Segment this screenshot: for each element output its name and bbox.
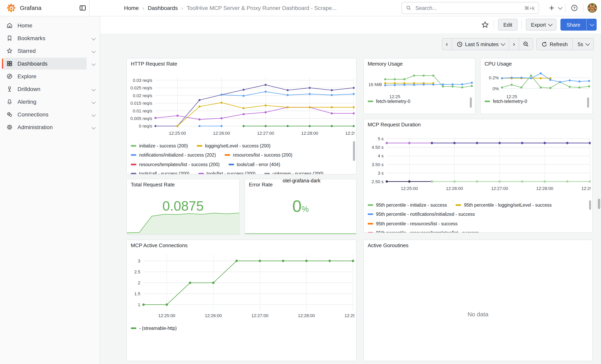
breadcrumb-separator: › <box>142 5 144 11</box>
legend-label: tools/list - success (200) <box>207 171 256 174</box>
favorite-star-icon[interactable] <box>480 20 490 30</box>
panel-title[interactable]: Total Request Rate <box>131 182 175 187</box>
chevron-down-icon[interactable] <box>92 100 96 104</box>
legend-swatch <box>264 173 270 174</box>
cpu-legend-item[interactable]: fetch-telemetry-0 <box>485 99 527 104</box>
panel-error-rate[interactable]: Error Rate 0% <box>244 179 357 235</box>
cpu-usage-chart[interactable]: 12:250.2%0% <box>484 67 591 99</box>
legend-scrollbar[interactable] <box>353 141 355 161</box>
sidebar-item-drilldown[interactable]: Drilldown <box>0 83 100 95</box>
panel-title[interactable]: MCP Request Duration <box>368 122 421 128</box>
legend-item[interactable]: tools/call - success (200) <box>131 171 190 174</box>
legend-swatch <box>197 145 202 147</box>
page-scrollbar-thumb[interactable] <box>598 199 600 209</box>
chevron-down-icon[interactable] <box>92 62 96 66</box>
add-caret-icon[interactable] <box>558 5 563 10</box>
legend-item[interactable]: logging/setLevel - success (200) <box>197 143 270 148</box>
http-request-rate-chart[interactable]: 12:25:0012:26:0012:27:0012:28:0012:29:00… <box>130 67 355 138</box>
export-button[interactable]: Export <box>526 19 556 31</box>
legend-item[interactable]: 95th percentile - initialize - success <box>368 203 447 207</box>
panel-title[interactable]: Active Goroutines <box>368 242 408 248</box>
legend-swatch <box>228 164 234 165</box>
panel-title[interactable]: Error Rate <box>249 182 273 187</box>
panel-memory-usage[interactable]: Memory Usage 12:2516 MiB fetch-telemetry… <box>363 58 475 114</box>
error-rate-unit: % <box>302 205 309 213</box>
panel-active-goroutines[interactable]: Active Goroutines No data <box>363 240 593 361</box>
breadcrumb-home[interactable]: Home <box>124 5 139 11</box>
sidebar-item-bookmarks[interactable]: Bookmarks <box>0 32 100 45</box>
legend-row: initialize - success (200)logging/setLev… <box>131 141 350 150</box>
panel-http-request-rate[interactable]: HTTP Request Rate 12:25:0012:26:0012:27:… <box>126 58 357 175</box>
x-tick-label: 12:25 <box>389 94 400 99</box>
add-icon[interactable] <box>547 3 556 13</box>
search-input[interactable]: ⌘+k <box>401 2 539 14</box>
sidebar-item-alerting[interactable]: Alerting <box>0 95 100 108</box>
hover-label-otel-grafana-dark: otel-grafana-dark <box>283 178 320 184</box>
mcp-active-connections-chart[interactable]: 12:25:0012:26:0012:27:0012:28:0012:29:00… <box>130 249 355 324</box>
chevron-down-icon[interactable] <box>92 49 96 53</box>
legend-scrollbar[interactable] <box>587 97 589 108</box>
x-tick-label: 12:25:00 <box>158 313 175 318</box>
dashboards-grid-icon <box>6 60 13 67</box>
legend-item[interactable]: resources/templates/list - success (200) <box>131 162 220 167</box>
sidebar-item-home[interactable]: Home <box>0 19 100 32</box>
search-icon <box>406 5 411 11</box>
legend-item[interactable]: 95th percentile - resources/list - succe… <box>368 221 458 226</box>
panel-title[interactable]: HTTP Request Rate <box>131 61 177 67</box>
time-range-button[interactable]: Last 5 minutes <box>451 38 509 50</box>
panel-title[interactable]: Memory Usage <box>368 61 403 67</box>
search-field[interactable] <box>415 5 521 11</box>
http-legend: initialize - success (200)logging/setLev… <box>131 141 350 174</box>
time-forward-button[interactable]: › <box>509 38 519 50</box>
sidebar-item-starred[interactable]: Starred <box>0 45 100 57</box>
panel-mcp-request-duration[interactable]: MCP Request Duration 12:25:0012:26:0012:… <box>363 119 593 233</box>
panel-title[interactable]: CPU Usage <box>485 61 512 67</box>
share-caret-button[interactable] <box>586 19 597 31</box>
edit-button[interactable]: Edit <box>498 19 518 31</box>
sidebar-item-explore[interactable]: Explore <box>0 70 100 83</box>
sidebar-item-administration[interactable]: Administration <box>0 121 100 134</box>
legend-item[interactable]: tools/call - error (404) <box>228 162 280 167</box>
help-icon[interactable]: ? <box>570 3 579 13</box>
chevron-down-icon[interactable] <box>92 125 96 129</box>
grafana-logo-icon[interactable] <box>6 3 16 13</box>
zoom-out-icon <box>522 41 529 47</box>
zoom-out-button[interactable] <box>519 38 533 50</box>
chevron-down-icon[interactable] <box>92 113 96 117</box>
chevron-down-icon[interactable] <box>92 36 96 40</box>
user-avatar[interactable] <box>588 3 597 13</box>
header-divider <box>89 0 90 16</box>
legend-item[interactable]: unknown - success (200) <box>264 171 324 174</box>
sidebar-item-connections[interactable]: Connections <box>0 108 100 121</box>
y-tick-label: 0.01 req/s <box>133 108 152 113</box>
refresh-interval-button[interactable]: 5s <box>572 38 594 50</box>
legend-item[interactable]: initialize - success (200) <box>131 143 188 148</box>
series-dark-purple <box>155 85 354 126</box>
legend-item[interactable]: notifications/initialized - success (202… <box>131 153 216 157</box>
sidebar-item-dashboards[interactable]: Dashboards <box>0 57 100 70</box>
legend-item[interactable]: tools/list - success (200) <box>198 171 256 174</box>
panel-cpu-usage[interactable]: CPU Usage 12:250.2%0% fetch-telemetry-0 <box>480 58 593 114</box>
share-button[interactable]: Share <box>561 19 586 31</box>
legend-item[interactable]: resources/list - success (200) <box>225 153 292 157</box>
legend-item[interactable]: 95th percentile - logging/setLevel - suc… <box>456 203 552 207</box>
chevron-down-icon[interactable] <box>92 87 96 91</box>
time-back-button[interactable]: ‹ <box>442 38 452 50</box>
sidebar-collapse-icon[interactable] <box>79 4 87 12</box>
legend-item[interactable]: 95th percentile - resources/templates/li… <box>368 231 479 233</box>
breadcrumb-dashboards[interactable]: Dashboards <box>148 5 178 11</box>
legend-item[interactable]: 95th percentile - notifications/initiali… <box>368 212 475 217</box>
panel-total-request-rate[interactable]: Total Request Rate 0.0875 <box>126 179 240 235</box>
panel-mcp-active-connections[interactable]: MCP Active Connections 12:25:0012:26:001… <box>126 240 357 361</box>
memory-usage-chart[interactable]: 12:2516 MiB <box>367 67 473 99</box>
refresh-button[interactable]: Refresh <box>536 38 573 50</box>
connections-legend-item[interactable]: - (streamable-http) <box>131 326 177 331</box>
panel-title[interactable]: MCP Active Connections <box>131 242 188 248</box>
mcp-request-duration-chart[interactable]: 12:25:0012:26:0012:27:0012:28:0012:29:00… <box>367 128 591 199</box>
legend-label: notifications/initialized - success (202… <box>139 153 216 157</box>
legend-scrollbar[interactable] <box>589 200 591 210</box>
legend-swatch <box>131 164 136 165</box>
memory-legend-item[interactable]: fetch-telemetry-0 <box>368 99 411 104</box>
legend-scrollbar[interactable] <box>470 97 472 108</box>
breadcrumb-current: ToolHive MCP Server & Proxy Runner Dashb… <box>187 5 336 11</box>
